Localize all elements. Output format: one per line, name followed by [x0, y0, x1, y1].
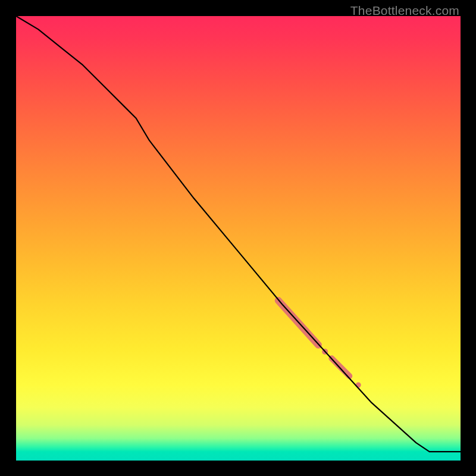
curve-line	[16, 16, 461, 452]
chart-stage: TheBottleneck.com	[0, 0, 476, 476]
chart-overlay	[16, 16, 461, 461]
